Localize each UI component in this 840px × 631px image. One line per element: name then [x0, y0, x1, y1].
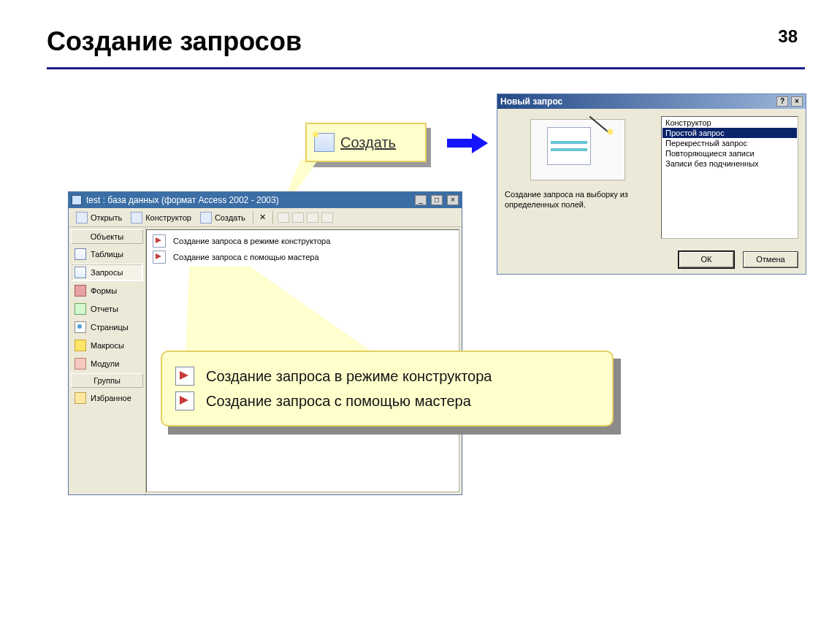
zoom-label: Создание запроса в режиме конструктора [206, 368, 492, 385]
view-small-icons[interactable] [278, 213, 289, 223]
macro-icon [75, 340, 86, 351]
toolbar-separator [272, 211, 273, 224]
wizard-icon [175, 391, 194, 410]
toolbar-create-label: Создать [215, 213, 245, 222]
view-list-icon[interactable] [307, 213, 318, 223]
slide-title: Создание запросов [47, 26, 302, 57]
zoom-label: Создание запроса с помощью мастера [206, 393, 471, 410]
maximize-button[interactable]: □ [431, 195, 443, 205]
zoom-row-wizard: Создание запроса с помощью мастера [175, 391, 599, 410]
dialog-titlebar[interactable]: Новый запрос ? × [497, 94, 806, 109]
option-constructor[interactable]: Конструктор [663, 118, 797, 128]
db-toolbar: Открыть Конструктор Создать ✕ [69, 208, 462, 227]
zoom-row-designer: Создание запроса в режиме конструктора [175, 367, 599, 386]
designer-icon [131, 212, 142, 223]
app-icon [72, 195, 82, 205]
sidebar-label: Избранное [91, 394, 131, 402]
window-title: test : база данных (формат Access 2002 -… [86, 195, 411, 205]
sidebar-item-modules[interactable]: Модули [71, 355, 143, 372]
minimize-button[interactable]: _ [415, 195, 427, 205]
new-icon [314, 133, 335, 152]
titlebar[interactable]: test : база данных (формат Access 2002 -… [69, 192, 462, 208]
option-crosstab[interactable]: Перекрестный запрос [663, 138, 797, 148]
create-query-wizard[interactable]: Создание запроса с помощью мастера [150, 249, 456, 265]
ok-button[interactable]: ОК [679, 251, 734, 268]
dialog-description: Создание запроса на выборку из определен… [505, 189, 651, 210]
slide-divider [47, 67, 805, 69]
sidebar-item-pages[interactable]: Страницы [71, 318, 143, 336]
nav-groups-header: Группы [71, 373, 143, 388]
sidebar-label: Запросы [91, 268, 123, 277]
page-icon [75, 321, 86, 333]
nav-pane: Объекты Таблицы Запросы Формы Отчеты Стр… [69, 227, 146, 494]
create-button-callout: Создать [305, 123, 427, 162]
table-icon [75, 248, 86, 260]
nav-objects-header: Объекты [71, 229, 143, 244]
dialog-title: Новый запрос [500, 96, 774, 107]
create-button-label[interactable]: Создать [340, 134, 396, 151]
view-details-icon[interactable] [321, 213, 333, 223]
option-simple-query[interactable]: Простой запрос [663, 128, 797, 138]
toolbar-separator [253, 211, 253, 224]
delete-icon[interactable]: ✕ [258, 213, 268, 223]
content-zoom-callout: Создание запроса в режиме конструктора С… [161, 351, 614, 427]
view-large-icons[interactable] [292, 213, 304, 223]
toolbar-designer-label: Конструктор [145, 213, 191, 222]
wizard-icon [175, 367, 194, 386]
create-query-designer[interactable]: Создание запроса в режиме конструктора [150, 233, 456, 249]
sidebar-item-tables[interactable]: Таблицы [71, 245, 143, 263]
toolbar-open-label: Открыть [91, 213, 122, 222]
sidebar-item-reports[interactable]: Отчеты [71, 300, 143, 318]
module-icon [75, 358, 86, 370]
sidebar-label: Страницы [91, 323, 129, 332]
sidebar-item-queries[interactable]: Запросы [71, 264, 143, 281]
form-icon [75, 285, 86, 297]
sidebar-label: Таблицы [91, 250, 123, 259]
slide-number: 38 [778, 26, 798, 47]
sidebar-item-forms[interactable]: Формы [71, 282, 143, 299]
wizard-icon [153, 234, 166, 248]
new-query-dialog: Новый запрос ? × Создание запроса на выб… [497, 93, 806, 275]
open-icon [76, 212, 88, 223]
close-button[interactable]: × [447, 195, 459, 205]
dialog-preview [530, 119, 625, 180]
query-icon [75, 267, 86, 278]
sidebar-item-macros[interactable]: Макросы [71, 337, 143, 354]
arrow-icon [447, 133, 489, 153]
report-icon [75, 303, 86, 315]
cancel-button[interactable]: Отмена [743, 251, 798, 268]
sidebar-label: Модули [91, 359, 119, 368]
content-label: Создание запроса в режиме конструктора [173, 237, 330, 245]
wizard-icon [153, 251, 166, 264]
toolbar-create[interactable]: Создать [197, 211, 248, 224]
toolbar-open[interactable]: Открыть [73, 211, 125, 224]
sidebar-label: Отчеты [91, 305, 118, 313]
create-icon [200, 212, 212, 223]
option-duplicates[interactable]: Повторяющиеся записи [663, 148, 797, 158]
dialog-options-list[interactable]: Конструктор Простой запрос Перекрестный … [661, 116, 798, 239]
sidebar-label: Макросы [91, 341, 124, 350]
option-unmatched[interactable]: Записи без подчиненных [663, 158, 797, 169]
favorites-icon [75, 392, 86, 404]
help-button[interactable]: ? [776, 96, 788, 107]
sidebar-item-favorites[interactable]: Избранное [71, 389, 143, 407]
toolbar-designer[interactable]: Конструктор [128, 211, 194, 224]
sidebar-label: Формы [91, 286, 117, 295]
close-button[interactable]: × [791, 96, 803, 107]
content-label: Создание запроса с помощью мастера [173, 253, 319, 261]
